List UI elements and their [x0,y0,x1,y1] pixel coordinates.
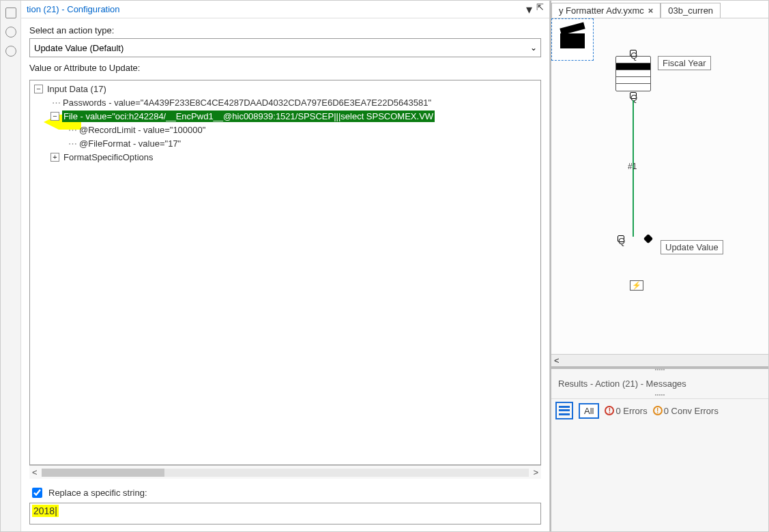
results-title: Results - Action (21) - Messages [551,373,768,394]
anchor-top[interactable]: Q [630,50,637,57]
results-panel: Results - Action (21) - Messages All !0 … [551,366,768,531]
workflow-tabs: y Formatter Adv.yxmc × 03b_curren [551,1,768,18]
wire-label: #1 [628,162,637,171]
action-type-select[interactable] [29,38,541,57]
expand-toggle[interactable]: + [50,153,59,162]
config-title-bar: tion (21) - Configuration ▾ ⇱ [21,1,549,18]
close-icon[interactable]: × [648,5,654,16]
tab-label: y Formatter Adv.yxmc [559,5,644,16]
tree-connector: ⋯ [67,138,78,149]
collapse-toggle[interactable]: − [34,85,43,93]
replace-string-checkbox[interactable] [32,488,42,498]
clapper-icon [560,29,585,50]
tree-connector: ⋯ [67,125,78,135]
list-view-icon[interactable] [555,402,573,419]
tree-node-fso[interactable]: FormatSpecificOptions [62,151,155,163]
tree-node-recordlimit[interactable]: @RecordLimit - value="100000" [78,124,207,136]
errors-count: 0 Errors [615,406,647,416]
tree-connector: ⋯ [50,98,61,108]
node-label-fiscal-year: Fiscal Year [658,56,711,70]
right-pane: y Formatter Adv.yxmc × 03b_curren Q Q Fi… [550,1,768,531]
gear-icon[interactable] [5,8,16,18]
anchor-q[interactable]: Q [618,235,624,242]
scroll-right-icon[interactable]: > [533,467,538,477]
tree-label: Value or Attribute to Update: [29,63,541,73]
config-title: tion (21) - Configuration [27,4,120,14]
tree-node-root[interactable]: Input Data (17) [46,83,108,95]
tree-node-file[interactable]: File - value="oci:h242284/__EncPwd1__@hi… [62,110,435,122]
tree-node-fileformat[interactable]: @FileFormat - value="17" [78,138,182,149]
left-rail [1,1,21,531]
anchor-diamond[interactable] [643,234,653,243]
conv-errors-count: 0 Conv Errors [664,406,719,416]
pin-icon[interactable]: ⇱ [536,2,544,17]
replace-string-value[interactable]: 2018| [32,505,59,517]
scroll-left-icon[interactable]: < [32,467,38,477]
workflow-canvas[interactable]: Q Q Fiscal Year #1 Q ⚡ Update Value [551,18,768,354]
replace-string-input-wrap[interactable]: 2018| [29,503,541,524]
circle-icon[interactable] [5,27,16,38]
canvas-horizontal-scrollbar[interactable]: < [551,354,768,366]
conv-errors-badge[interactable]: !0 Conv Errors [653,406,719,416]
errors-badge[interactable]: !0 Errors [605,406,647,416]
select-action-label: Select an action type: [29,25,541,35]
tab-formatter[interactable]: y Formatter Adv.yxmc × [551,3,661,18]
node-label-update-value: Update Value [661,240,723,254]
replace-string-label: Replace a specific string: [48,488,147,498]
anchor-bottom[interactable]: Q [630,92,637,99]
tab-label: 03b_curren [668,5,713,16]
attribute-tree[interactable]: − Input Data (17) ⋯ Passwords - value="4… [29,80,541,465]
filter-all-button[interactable]: All [579,403,599,419]
dropdown-tool-node[interactable] [615,56,651,91]
tree-node-passwords[interactable]: Passwords - value="4A439F233E8C4CE4287DA… [61,97,433,108]
scroll-thumb[interactable] [42,469,164,477]
circle-icon-2[interactable] [5,46,16,57]
lightning-anchor-icon[interactable]: ⚡ [630,280,643,291]
tree-horizontal-scrollbar[interactable]: < > [29,465,541,479]
scroll-left-icon[interactable]: < [554,355,560,366]
action-tool-node[interactable] [551,18,594,61]
config-panel: tion (21) - Configuration ▾ ⇱ Select an … [21,1,550,531]
tab-current[interactable]: 03b_curren [661,3,721,18]
collapse-toggle[interactable]: − [50,112,59,121]
collapse-icon[interactable]: ▾ [526,2,532,17]
